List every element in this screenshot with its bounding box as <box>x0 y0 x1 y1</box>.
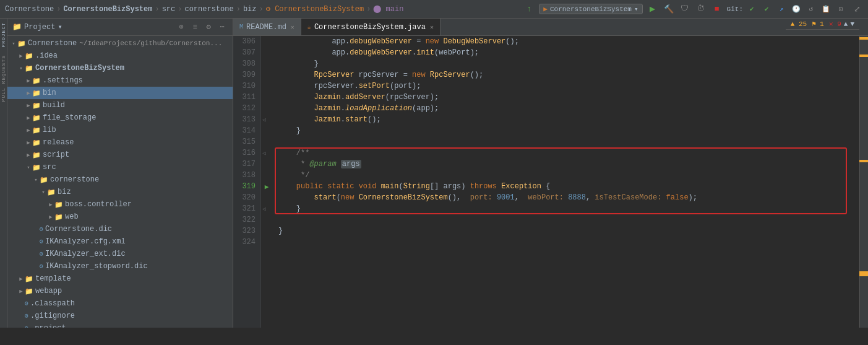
git-revert-button[interactable]: ↺ <box>805 3 817 15</box>
fold-316[interactable]: ◁ <box>262 147 265 159</box>
panel-more-icon[interactable]: ⋯ <box>217 22 228 33</box>
tree-ikanalyzer-cfg[interactable]: ▶ ⚙ IKAnalyzer.cfg.xml <box>7 235 233 248</box>
tree-template[interactable]: ▶ 📁 template <box>7 273 233 285</box>
build-button[interactable]: 🔨 <box>663 3 675 15</box>
tree-boss-controller[interactable]: ▶ 📁 boss.controller <box>7 198 233 211</box>
stop-button[interactable]: ■ <box>711 3 723 15</box>
git-commit-button[interactable]: ✔ <box>760 3 773 15</box>
panel-dropdown-icon[interactable]: ▾ <box>58 22 62 32</box>
cornerstone-label: cornerstone <box>50 175 99 184</box>
breadcrumb-method[interactable]: ⬤ main <box>373 4 403 14</box>
code-317-text: * @param args <box>278 159 361 170</box>
biz-system-label: CornerstoneBizSystem <box>35 64 124 72</box>
tree-webapp[interactable]: ▶ 📁 webapp <box>7 285 233 297</box>
tree-build[interactable]: ▶ 📁 build <box>7 99 233 111</box>
biz-system-arrow: ▾ <box>17 65 25 72</box>
tree-biz[interactable]: ▾ 📁 biz <box>7 186 233 198</box>
code-line-313: Jazmin.start(); <box>278 114 859 125</box>
tree-release[interactable]: ▶ 📁 release <box>7 136 233 149</box>
gutter-icons: ▶ ◁ ◁ ◁ <box>261 36 272 328</box>
git-annotate-button[interactable]: 📋 <box>820 3 832 15</box>
run-config-selector[interactable]: ▶ CornerstoneBizSystem ▾ <box>539 4 642 14</box>
tree-cornerstone-dic[interactable]: ▶ ⚙ Cornerstone.dic <box>7 223 233 235</box>
code-line-312: Jazmin.loadApplication(app); <box>278 103 859 114</box>
breadcrumb-biz[interactable]: biz <box>243 5 257 14</box>
biz-label: biz <box>58 188 71 196</box>
tree-project-file[interactable]: ▶ ⚙ .project <box>7 322 233 328</box>
ln-317: 317 <box>233 159 256 170</box>
git-update-button[interactable]: ✔ <box>746 3 758 15</box>
tree-lib[interactable]: ▶ 📁 lib <box>7 124 233 136</box>
code-306-text: app.debugWebServer = new DebugWebServer(… <box>278 36 519 47</box>
tree-idea[interactable]: ▶ 📁 .idea <box>7 50 233 62</box>
tree-bin[interactable]: ▶ 📁 bin <box>7 87 233 99</box>
tree-classpath[interactable]: ▶ ⚙ .classpath <box>7 297 233 310</box>
tree-ikanalyzer-stopword[interactable]: ▶ ⚙ IKAnalyzer_stopword.dic <box>7 260 233 273</box>
tree-biz-system[interactable]: ▾ 📁 CornerstoneBizSystem <box>7 62 233 74</box>
maximize-button[interactable]: ⤢ <box>851 3 863 15</box>
coverage-button[interactable]: 🛡 <box>679 3 691 15</box>
tree-root[interactable]: ▾ 📁 Cornerstone ~/IdeaProjects/github/Co… <box>7 37 233 50</box>
root-label: Cornerstone <box>28 39 77 48</box>
breadcrumb: Cornerstone › CornerstoneBizSystem › src… <box>5 4 520 14</box>
breadcrumb-cornerstone2[interactable]: cornerstone <box>184 5 233 14</box>
project-tab[interactable]: Project <box>0 19 7 51</box>
webapp-folder-icon: 📁 <box>25 287 33 295</box>
git-history-button[interactable]: 🕐 <box>790 3 802 15</box>
root-path: ~/IdeaProjects/github/Cornerston... <box>79 40 222 47</box>
tree-cornerstone[interactable]: ▾ 📁 cornerstone <box>7 173 233 186</box>
script-arrow: ▶ <box>25 152 32 159</box>
breadcrumb-class[interactable]: ⚙ CornerstoneBizSystem <box>266 4 364 14</box>
readme-close-button[interactable]: ✕ <box>291 24 294 31</box>
code-313-text: Jazmin.start(); <box>278 114 381 125</box>
collapse-all-icon[interactable]: ≡ <box>189 22 200 33</box>
collapse-button[interactable]: ▼ <box>850 20 854 28</box>
gutter-scrollbar-thumb[interactable] <box>859 271 868 276</box>
tree-web[interactable]: ▶ 📁 web <box>7 211 233 223</box>
ln-320: 320 <box>233 192 256 203</box>
tree-ikanalyzer-ext[interactable]: ▶ ⚙ IKAnalyzer_ext.dic <box>7 248 233 260</box>
pull-requests-tab[interactable]: Pull Requests <box>0 51 7 105</box>
breadcrumb-src[interactable]: src <box>162 5 176 14</box>
tree-file-storage[interactable]: ▶ 📁 file_storage <box>7 111 233 124</box>
tree-script[interactable]: ▶ 📁 script <box>7 149 233 161</box>
code-line-322 <box>278 214 859 225</box>
src-label: src <box>43 163 56 172</box>
code-content[interactable]: app.debugWebServer = new DebugWebServer(… <box>272 36 859 328</box>
locate-icon[interactable]: ⊕ <box>176 22 187 33</box>
lib-arrow: ▶ <box>25 127 32 134</box>
bin-label: bin <box>43 89 56 97</box>
warning-count: ▲ 25 <box>791 20 807 28</box>
project-file-label: .project <box>30 324 66 328</box>
run-button[interactable]: ▶ <box>647 3 659 15</box>
fold-313[interactable]: ◁ <box>262 114 265 125</box>
java-close-button[interactable]: ✕ <box>430 24 434 31</box>
code-line-315 <box>278 136 859 147</box>
run-config-label: CornerstoneBizSystem <box>550 6 632 13</box>
profile-button[interactable]: ⏱ <box>695 3 707 15</box>
tree-src[interactable]: ▾ 📁 src <box>7 161 233 173</box>
run-config-update-button[interactable]: ↑ <box>523 3 535 15</box>
code-316-text: /** <box>278 147 309 159</box>
code-310-text: rpcServer.setPort(port); <box>278 81 421 92</box>
top-right-toolbar: ↑ ▶ CornerstoneBizSystem ▾ ▶ 🔨 🛡 ⏱ ■ Git… <box>523 3 863 15</box>
tab-readme[interactable]: M README.md ✕ <box>233 19 301 36</box>
run-config-dropdown-icon[interactable]: ▾ <box>634 5 638 13</box>
fold-321[interactable]: ◁ <box>262 203 265 214</box>
git-diff-button[interactable]: ⊡ <box>835 3 847 15</box>
file-tree-panel: 📁 Project ▾ ⊕ ≡ ⚙ ⋯ ▾ 📁 Cornerstone ~/Id… <box>7 19 233 328</box>
code-307-text: app.debugWebServer.init(webPort); <box>278 47 479 58</box>
settings-icon[interactable]: ⚙ <box>203 22 214 33</box>
tree-settings[interactable]: ▶ 📁 .settings <box>7 74 233 87</box>
code-318-text: */ <box>278 170 309 181</box>
expand-button[interactable]: ▲ <box>844 20 848 28</box>
tab-bar: M README.md ✕ ☕ CornerstoneBizSystem.jav… <box>233 19 868 36</box>
git-push-button[interactable]: ↗ <box>775 3 788 15</box>
breadcrumb-sep-6: › <box>366 5 371 14</box>
breadcrumb-cornerstone[interactable]: Cornerstone <box>5 5 54 14</box>
code-321-text: } <box>278 203 301 214</box>
breadcrumb-biz-system[interactable]: CornerstoneBizSystem <box>63 5 152 14</box>
code-line-318: */ <box>278 170 859 181</box>
tree-gitignore[interactable]: ▶ ⚙ .gitignore <box>7 310 233 322</box>
tab-java[interactable]: ☕ CornerstoneBizSystem.java ✕ <box>301 19 440 36</box>
